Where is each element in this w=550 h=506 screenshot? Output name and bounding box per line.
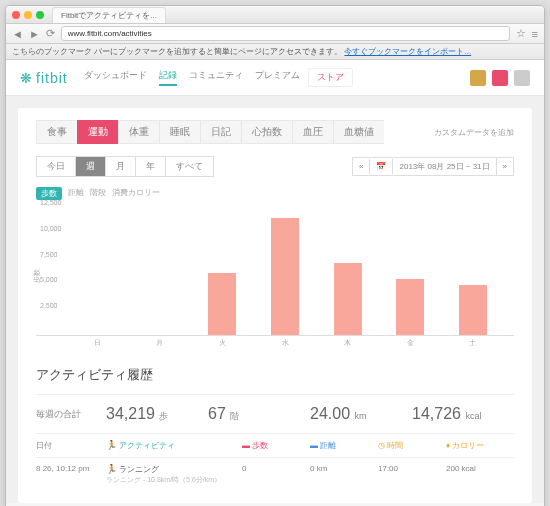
xtick: 水 <box>254 338 317 348</box>
bookmark-icon[interactable]: ☆ <box>516 27 526 40</box>
chart-tab-消費カロリー[interactable]: 消費カロリー <box>112 187 160 200</box>
import-bookmarks-link[interactable]: 今すぐブックマークをインポート... <box>344 47 471 56</box>
bookmark-bar: こちらのブックマーク バーにブックマークを追加すると簡単にページにアクセスできま… <box>6 44 544 60</box>
category-食事[interactable]: 食事 <box>36 120 77 144</box>
nav-プレミアム[interactable]: プレミアム <box>255 69 300 86</box>
menu-icon[interactable]: ≡ <box>532 28 538 40</box>
period-年[interactable]: 年 <box>135 156 165 177</box>
total-item: 24.00 km <box>310 405 412 423</box>
ytick: 12,500 <box>40 199 61 206</box>
th-steps: ▬ 歩数 <box>242 440 310 451</box>
category-血糖値[interactable]: 血糖値 <box>333 120 384 144</box>
ytick: 5,000 <box>40 276 58 283</box>
bar <box>334 263 362 335</box>
th-activity: アクティビティ <box>106 440 242 451</box>
date-range-label: 2013年 08月 25日 ~ 31日 <box>393 158 496 175</box>
th-time: ◷ 時間 <box>378 440 446 451</box>
profile-icon[interactable] <box>470 70 486 86</box>
prev-range-icon[interactable]: « <box>353 159 370 174</box>
bar <box>396 279 424 335</box>
history-title: アクティビティ履歴 <box>36 366 514 384</box>
fitbit-logo[interactable]: fitbit <box>20 70 68 86</box>
bar <box>271 218 299 335</box>
browser-tab[interactable]: Fitbitでアクティビティを... <box>52 7 166 23</box>
period-週[interactable]: 週 <box>75 156 105 177</box>
ytick: 2,500 <box>40 302 58 309</box>
bar <box>459 285 487 335</box>
category-血圧[interactable]: 血圧 <box>292 120 333 144</box>
xtick: 金 <box>379 338 442 348</box>
total-item: 67 階 <box>208 405 310 423</box>
forward-icon[interactable]: ► <box>29 28 40 40</box>
th-dist: ▬ 距離 <box>310 440 378 451</box>
messages-icon[interactable] <box>492 70 508 86</box>
xtick: 日 <box>66 338 129 348</box>
activity-bar-chart: 歩数 2,5005,0007,50010,00012,500 <box>36 206 514 336</box>
back-icon[interactable]: ◄ <box>12 28 23 40</box>
nav-コミュニティ[interactable]: コミュニティ <box>189 69 243 86</box>
ytick: 10,000 <box>40 225 61 232</box>
category-心拍数[interactable]: 心拍数 <box>241 120 292 144</box>
xtick: 土 <box>441 338 504 348</box>
xtick: 月 <box>129 338 192 348</box>
total-item: 14,726 kcal <box>412 405 514 423</box>
chart-tab-距離[interactable]: 距離 <box>68 187 84 200</box>
date-range-picker[interactable]: « 📅 2013年 08月 25日 ~ 31日 » <box>352 157 514 176</box>
th-cal: ♦ カロリー <box>446 440 514 451</box>
reload-icon[interactable]: ⟳ <box>46 27 55 40</box>
chart-tab-階段[interactable]: 階段 <box>90 187 106 200</box>
add-custom-data-link[interactable]: カスタムデータを追加 <box>434 127 514 138</box>
period-月[interactable]: 月 <box>105 156 135 177</box>
settings-icon[interactable] <box>514 70 530 86</box>
bar <box>208 273 236 335</box>
nav-ダッシュボード[interactable]: ダッシュボード <box>84 69 147 86</box>
totals-label: 毎週の合計 <box>36 408 106 421</box>
next-range-icon[interactable]: » <box>497 159 513 174</box>
total-item: 34,219 歩 <box>106 405 208 423</box>
xtick: 火 <box>191 338 254 348</box>
xtick: 木 <box>316 338 379 348</box>
th-date: 日付 <box>36 440 106 451</box>
category-運動[interactable]: 運動 <box>77 120 118 144</box>
store-button[interactable]: ストア <box>308 68 353 87</box>
category-睡眠[interactable]: 睡眠 <box>159 120 200 144</box>
table-row: 8 26, 10:12 pmランニングランニング - 10.8km/時（5.6分… <box>36 458 514 491</box>
url-input[interactable]: www.fitbit.com/activities <box>61 26 510 41</box>
category-体重[interactable]: 体重 <box>118 120 159 144</box>
ytick: 7,500 <box>40 251 58 258</box>
category-日記[interactable]: 日記 <box>200 120 241 144</box>
nav-記録[interactable]: 記録 <box>159 69 177 86</box>
calendar-icon: 📅 <box>370 159 393 174</box>
period-すべて[interactable]: すべて <box>165 156 214 177</box>
window-controls[interactable] <box>12 11 44 19</box>
period-今日[interactable]: 今日 <box>36 156 75 177</box>
